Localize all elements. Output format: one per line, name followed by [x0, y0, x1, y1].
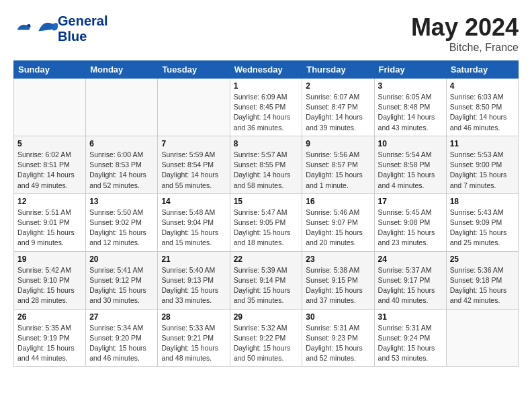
- day-number: 5: [17, 139, 82, 148]
- calendar-cell: 6 Sunrise: 6:00 AMSunset: 8:53 PMDayligh…: [86, 136, 158, 193]
- weekday-header: Monday: [86, 61, 158, 79]
- day-info: Sunrise: 5:56 AMSunset: 8:57 PMDaylight:…: [306, 150, 370, 191]
- day-info: Sunrise: 5:31 AMSunset: 9:24 PMDaylight:…: [378, 323, 443, 364]
- day-number: 19: [17, 255, 82, 264]
- day-number: 16: [306, 197, 370, 206]
- day-number: 18: [450, 197, 515, 206]
- calendar-cell: 20 Sunrise: 5:41 AMSunset: 9:12 PMDaylig…: [86, 251, 158, 309]
- weekday-header: Friday: [374, 61, 446, 79]
- calendar-cell: 21 Sunrise: 5:40 AMSunset: 9:13 PMDaylig…: [158, 251, 230, 309]
- day-number: 4: [450, 81, 515, 91]
- day-number: 27: [89, 312, 154, 322]
- calendar-cell: 27 Sunrise: 5:34 AMSunset: 9:20 PMDaylig…: [86, 309, 158, 367]
- calendar-cell: 2 Sunrise: 6:07 AMSunset: 8:47 PMDayligh…: [302, 79, 374, 136]
- day-number: 24: [378, 255, 443, 264]
- calendar-cell: 23 Sunrise: 5:38 AMSunset: 9:15 PMDaylig…: [302, 251, 374, 309]
- calendar-cell: 29 Sunrise: 5:32 AMSunset: 9:22 PMDaylig…: [230, 309, 302, 367]
- calendar-cell: 22 Sunrise: 5:39 AMSunset: 9:14 PMDaylig…: [230, 251, 302, 309]
- day-info: Sunrise: 5:43 AMSunset: 9:09 PMDaylight:…: [450, 208, 515, 248]
- day-number: 17: [378, 197, 443, 206]
- page-header: General Blue May 2024 Bitche, France: [13, 13, 519, 54]
- calendar-cell: 16 Sunrise: 5:46 AMSunset: 9:07 PMDaylig…: [302, 193, 374, 251]
- day-info: Sunrise: 5:45 AMSunset: 9:08 PMDaylight:…: [378, 208, 443, 248]
- day-number: 23: [306, 255, 370, 264]
- day-number: 11: [450, 139, 515, 148]
- weekday-header: Thursday: [302, 61, 374, 79]
- month-title: May 2024: [411, 13, 519, 42]
- day-number: 8: [234, 139, 299, 148]
- weekday-header: Wednesday: [230, 61, 302, 79]
- day-info: Sunrise: 5:31 AMSunset: 9:23 PMDaylight:…: [306, 323, 370, 364]
- calendar-cell: 15 Sunrise: 5:47 AMSunset: 9:05 PMDaylig…: [230, 193, 302, 251]
- weekday-header-row: SundayMondayTuesdayWednesdayThursdayFrid…: [14, 61, 519, 79]
- day-info: Sunrise: 5:34 AMSunset: 9:20 PMDaylight:…: [89, 323, 154, 364]
- day-info: Sunrise: 6:09 AMSunset: 8:45 PMDaylight:…: [234, 92, 299, 133]
- day-info: Sunrise: 5:53 AMSunset: 9:00 PMDaylight:…: [450, 150, 515, 191]
- calendar-cell: 13 Sunrise: 5:50 AMSunset: 9:02 PMDaylig…: [86, 193, 158, 251]
- day-number: 1: [234, 81, 299, 91]
- day-info: Sunrise: 6:05 AMSunset: 8:48 PMDaylight:…: [378, 92, 443, 133]
- day-info: Sunrise: 5:42 AMSunset: 9:10 PMDaylight:…: [17, 265, 82, 306]
- day-number: 6: [89, 139, 154, 148]
- calendar-week-row: 19 Sunrise: 5:42 AMSunset: 9:10 PMDaylig…: [14, 251, 519, 309]
- calendar-cell: 4 Sunrise: 6:03 AMSunset: 8:50 PMDayligh…: [446, 79, 518, 136]
- location-title: Bitche, France: [411, 42, 519, 54]
- calendar-cell: 25 Sunrise: 5:36 AMSunset: 9:18 PMDaylig…: [446, 251, 518, 309]
- calendar-cell: 5 Sunrise: 6:02 AMSunset: 8:51 PMDayligh…: [14, 136, 86, 193]
- day-number: 28: [161, 312, 226, 322]
- weekday-header: Saturday: [446, 61, 518, 79]
- day-info: Sunrise: 5:32 AMSunset: 9:22 PMDaylight:…: [234, 323, 299, 364]
- day-info: Sunrise: 5:48 AMSunset: 9:04 PMDaylight:…: [161, 208, 226, 248]
- day-number: 7: [161, 139, 226, 148]
- calendar-cell: 9 Sunrise: 5:56 AMSunset: 8:57 PMDayligh…: [302, 136, 374, 193]
- calendar-cell: [158, 79, 230, 136]
- calendar-cell: 10 Sunrise: 5:54 AMSunset: 8:58 PMDaylig…: [374, 136, 446, 193]
- day-info: Sunrise: 5:54 AMSunset: 8:58 PMDaylight:…: [378, 150, 443, 191]
- logo-graphic: [34, 17, 58, 41]
- calendar-cell: 26 Sunrise: 5:35 AMSunset: 9:19 PMDaylig…: [14, 309, 86, 367]
- day-info: Sunrise: 5:36 AMSunset: 9:18 PMDaylight:…: [450, 265, 515, 306]
- day-number: 30: [306, 312, 370, 322]
- calendar-cell: 31 Sunrise: 5:31 AMSunset: 9:24 PMDaylig…: [374, 309, 446, 367]
- day-number: 31: [378, 312, 443, 322]
- day-info: Sunrise: 6:00 AMSunset: 8:53 PMDaylight:…: [89, 150, 154, 191]
- day-number: 2: [306, 81, 370, 91]
- calendar-week-row: 12 Sunrise: 5:51 AMSunset: 9:01 PMDaylig…: [14, 193, 519, 251]
- day-info: Sunrise: 6:07 AMSunset: 8:47 PMDaylight:…: [306, 92, 370, 133]
- calendar-cell: 14 Sunrise: 5:48 AMSunset: 9:04 PMDaylig…: [158, 193, 230, 251]
- day-number: 13: [89, 197, 154, 206]
- calendar-cell: 3 Sunrise: 6:05 AMSunset: 8:48 PMDayligh…: [374, 79, 446, 136]
- calendar-week-row: 1 Sunrise: 6:09 AMSunset: 8:45 PMDayligh…: [14, 79, 519, 136]
- day-info: Sunrise: 5:35 AMSunset: 9:19 PMDaylight:…: [17, 323, 82, 364]
- calendar-cell: 12 Sunrise: 5:51 AMSunset: 9:01 PMDaylig…: [14, 193, 86, 251]
- day-info: Sunrise: 5:51 AMSunset: 9:01 PMDaylight:…: [17, 208, 82, 248]
- weekday-header: Sunday: [14, 61, 86, 79]
- day-number: 29: [234, 312, 299, 322]
- calendar-cell: 17 Sunrise: 5:45 AMSunset: 9:08 PMDaylig…: [374, 193, 446, 251]
- logo-text-general: General: [58, 13, 107, 29]
- calendar-cell: 24 Sunrise: 5:37 AMSunset: 9:17 PMDaylig…: [374, 251, 446, 309]
- day-info: Sunrise: 6:03 AMSunset: 8:50 PMDaylight:…: [450, 92, 515, 133]
- calendar-cell: 18 Sunrise: 5:43 AMSunset: 9:09 PMDaylig…: [446, 193, 518, 251]
- calendar-cell: 1 Sunrise: 6:09 AMSunset: 8:45 PMDayligh…: [230, 79, 302, 136]
- calendar-cell: [446, 309, 518, 367]
- day-number: 9: [306, 139, 370, 148]
- day-number: 3: [378, 81, 443, 91]
- logo-text-blue: Blue: [58, 29, 107, 44]
- day-number: 15: [234, 197, 299, 206]
- calendar-week-row: 5 Sunrise: 6:02 AMSunset: 8:51 PMDayligh…: [14, 136, 519, 193]
- calendar-week-row: 26 Sunrise: 5:35 AMSunset: 9:19 PMDaylig…: [14, 309, 519, 367]
- title-block: May 2024 Bitche, France: [411, 13, 519, 54]
- calendar-cell: 8 Sunrise: 5:57 AMSunset: 8:55 PMDayligh…: [230, 136, 302, 193]
- day-info: Sunrise: 5:57 AMSunset: 8:55 PMDaylight:…: [234, 150, 299, 191]
- logo-icon: [13, 19, 32, 38]
- day-info: Sunrise: 5:46 AMSunset: 9:07 PMDaylight:…: [306, 208, 370, 248]
- calendar-table: SundayMondayTuesdayWednesdayThursdayFrid…: [13, 60, 519, 367]
- day-info: Sunrise: 5:59 AMSunset: 8:54 PMDaylight:…: [161, 150, 226, 191]
- day-number: 25: [450, 255, 515, 264]
- calendar-cell: 7 Sunrise: 5:59 AMSunset: 8:54 PMDayligh…: [158, 136, 230, 193]
- day-info: Sunrise: 5:39 AMSunset: 9:14 PMDaylight:…: [234, 265, 299, 306]
- calendar-cell: 30 Sunrise: 5:31 AMSunset: 9:23 PMDaylig…: [302, 309, 374, 367]
- day-number: 21: [161, 255, 226, 264]
- day-number: 10: [378, 139, 443, 148]
